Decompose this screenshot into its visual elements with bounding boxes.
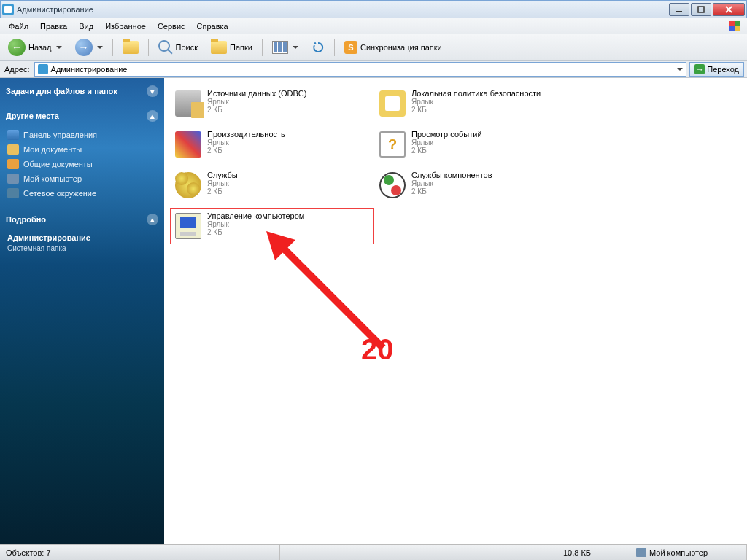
maximize-button[interactable] [691, 3, 711, 16]
status-objects: Объектов: 7 [0, 545, 280, 560]
toolbar: ← Назад → Поиск Папки S Синхронизация па… [0, 34, 747, 61]
windows-flag-icon [728, 20, 744, 33]
event-icon [378, 130, 407, 159]
item-type: Ярлык [411, 139, 482, 147]
sidebar-places-label: Другие места [6, 112, 59, 120]
forward-button[interactable]: → [70, 37, 108, 58]
menubar: Файл Правка Вид Избранное Сервис Справка [0, 18, 747, 34]
file-item[interactable]: Локальная политика безопасности Ярлык 2 … [374, 85, 578, 122]
sidebar-places-header[interactable]: Другие места ▴ [4, 107, 160, 125]
computer-icon [636, 548, 646, 557]
item-type: Ярлык [411, 98, 541, 106]
item-type: Ярлык [207, 179, 238, 187]
sidebar-details-header[interactable]: Подробно ▴ [4, 211, 160, 228]
separator [112, 39, 113, 56]
up-folder-icon [123, 41, 139, 54]
item-size: 2 КБ [207, 187, 238, 195]
content-area: Источники данных (ODBC) Ярлык 2 КБ Локал… [164, 78, 747, 544]
sidebar-tasks-header[interactable]: Задачи для файлов и папок ▾ [4, 82, 160, 100]
item-size: 2 КБ [207, 147, 285, 155]
network-icon [7, 188, 19, 198]
refresh-icon [311, 41, 325, 54]
sidebar-link-control-panel[interactable]: Панель управления [6, 128, 158, 142]
search-icon [158, 40, 173, 55]
menu-favorites[interactable]: Избранное [99, 20, 152, 32]
sync-button[interactable]: S Синхронизация папки [339, 37, 447, 58]
separator [334, 39, 335, 56]
forward-arrow-icon: → [75, 39, 93, 56]
svg-rect-6 [729, 26, 735, 31]
computer-icon [7, 174, 19, 184]
view-button[interactable] [267, 37, 303, 58]
item-name: Службы компонентов [411, 171, 492, 179]
refresh-button[interactable] [306, 37, 330, 58]
go-button[interactable]: → Переход [689, 62, 744, 77]
menu-edit[interactable]: Правка [34, 20, 73, 32]
documents-icon [7, 144, 19, 155]
chevron-up-icon: ▴ [147, 214, 158, 225]
svg-rect-1 [698, 7, 704, 12]
titlebar: Администрирование [0, 0, 747, 18]
app-icon [2, 4, 14, 15]
up-button[interactable] [117, 37, 144, 58]
statusbar: Объектов: 7 10,8 КБ Мой компьютер [0, 544, 747, 560]
item-name: Службы [207, 171, 238, 179]
sidebar-link-network[interactable]: Сетевое окружение [6, 186, 158, 201]
go-arrow-icon: → [694, 64, 705, 74]
item-type: Ярлык [411, 179, 492, 187]
address-input[interactable]: Администрирование [34, 62, 687, 77]
annotation-number: 20 [361, 333, 394, 366]
item-type: Ярлык [207, 98, 306, 106]
item-size: 2 КБ [207, 228, 304, 236]
sidebar: Задачи для файлов и папок ▾ Другие места… [0, 78, 164, 544]
file-item[interactable]: Службы Ярлык 2 КБ [170, 167, 374, 203]
close-button[interactable] [713, 3, 745, 16]
menu-file[interactable]: Файл [3, 20, 34, 32]
file-item[interactable]: Производительность Ярлык 2 КБ [170, 126, 374, 163]
go-label: Переход [707, 65, 739, 74]
comp-svc-icon [378, 171, 407, 200]
svg-rect-7 [735, 26, 740, 31]
chevron-down-icon [97, 46, 103, 52]
shared-docs-icon [7, 159, 19, 169]
chevron-up-icon: ▴ [147, 110, 158, 122]
item-name: Просмотр событий [411, 130, 482, 139]
mgmt-icon [174, 211, 203, 241]
search-label: Поиск [176, 43, 198, 52]
item-name: Источники данных (ODBC) [207, 89, 306, 98]
folders-icon [211, 41, 227, 54]
minimize-button[interactable] [669, 3, 689, 16]
menu-tools[interactable]: Сервис [152, 20, 191, 32]
item-size: 2 КБ [207, 106, 306, 114]
folders-button[interactable]: Папки [206, 37, 258, 58]
file-item[interactable]: Просмотр событий Ярлык 2 КБ [374, 126, 578, 163]
menu-help[interactable]: Справка [191, 20, 234, 32]
sidebar-link-my-computer[interactable]: Мой компьютер [6, 171, 158, 186]
item-size: 2 КБ [411, 106, 541, 114]
address-value: Администрирование [51, 65, 128, 74]
address-bar: Адрес: Администрирование → Переход [0, 61, 747, 78]
window-title: Администрирование [17, 5, 669, 14]
chevron-down-icon [56, 46, 62, 52]
chevron-down-icon[interactable] [677, 68, 683, 74]
file-item[interactable]: Управление компьютером Ярлык 2 КБ [170, 208, 374, 244]
back-label: Назад [28, 43, 52, 52]
sidebar-link-my-documents[interactable]: Мои документы [6, 142, 158, 157]
odbc-icon [174, 89, 203, 118]
file-item[interactable]: Службы компонентов Ярлык 2 КБ [374, 167, 578, 203]
sec-icon [378, 89, 407, 118]
details-title: Администрирование [6, 231, 158, 244]
file-item[interactable]: Источники данных (ODBC) Ярлык 2 КБ [170, 85, 374, 122]
perf-icon [174, 130, 203, 159]
back-button[interactable]: ← Назад [3, 37, 67, 58]
sidebar-link-shared-documents[interactable]: Общие документы [6, 157, 158, 171]
sidebar-tasks-label: Задачи для файлов и папок [6, 87, 117, 96]
svg-marker-8 [314, 42, 317, 44]
item-size: 2 КБ [411, 147, 482, 155]
status-spacer [280, 545, 557, 560]
back-arrow-icon: ← [8, 39, 26, 56]
svg-line-10 [277, 242, 383, 348]
address-label: Адрес: [3, 65, 31, 74]
search-button[interactable]: Поиск [153, 37, 203, 58]
menu-view[interactable]: Вид [73, 20, 99, 32]
